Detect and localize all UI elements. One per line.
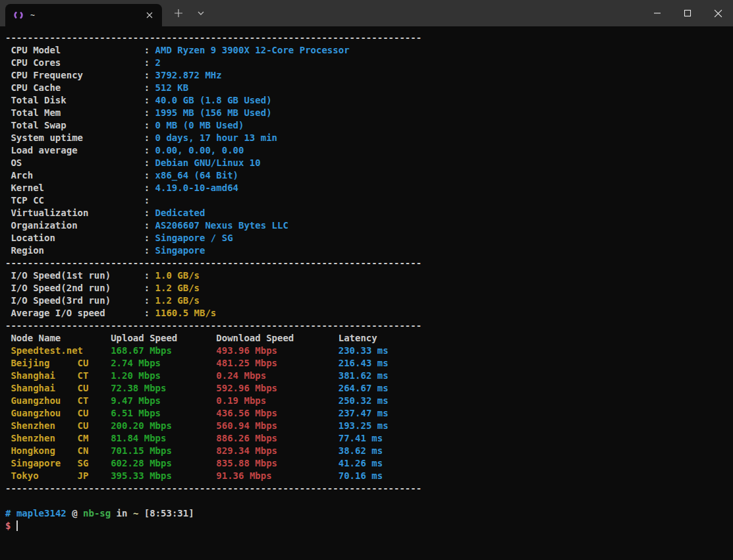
io-speed-line: I/O Speed(2nd run) : 1.2 GB/s (5, 282, 733, 294)
maximize-icon (684, 9, 692, 17)
speedtest-row: Beijing CU 2.74 Mbps 481.25 Mbps 216.43 … (5, 357, 733, 370)
tab-dropdown-button[interactable] (190, 2, 212, 24)
speedtest-row: Hongkong CN 701.15 Mbps 829.34 Mbps 38.6… (5, 445, 733, 457)
tab-home[interactable]: ~ (5, 4, 162, 26)
sysinfo-line: Kernel : 4.19.0-10-amd64 (5, 182, 733, 194)
separator-line: ----------------------------------------… (5, 32, 733, 44)
terminal-window: ~ --------------------------------------… (0, 0, 733, 560)
speedtest-row: Tokyo JP 395.33 Mbps 91.36 Mbps 70.16 ms (5, 470, 733, 482)
speedtest-row: Shenzhen CU 200.20 Mbps 560.94 Mbps 193.… (5, 420, 733, 432)
sysinfo-line: System uptime : 0 days, 17 hour 13 min (5, 132, 733, 144)
minimize-button[interactable] (642, 0, 672, 26)
sysinfo-line: Virtualization : Dedicated (5, 207, 733, 219)
sysinfo-line: Total Swap : 0 MB (0 MB Used) (5, 119, 733, 132)
io-speed-line: I/O Speed(1st run) : 1.0 GB/s (5, 269, 733, 282)
tab-title: ~ (30, 11, 142, 20)
sysinfo-line: Arch : x86_64 (64 Bit) (5, 169, 733, 182)
sysinfo-line: Organization : AS206607 Nexus Bytes LLC (5, 219, 733, 232)
speedtest-row: Shanghai CT 1.20 Mbps 0.24 Mbps 381.62 m… (5, 370, 733, 382)
io-speed-line: I/O Speed(3rd run) : 1.2 GB/s (5, 294, 733, 307)
tab-bar: ~ (0, 0, 733, 26)
maximize-button[interactable] (672, 0, 703, 26)
io-speed-line: Average I/O speed : 1160.5 MB/s (5, 307, 733, 320)
command-line: $ (5, 520, 733, 532)
sysinfo-line: OS : Debian GNU/Linux 10 (5, 157, 733, 169)
window-close-button[interactable] (703, 0, 733, 26)
sysinfo-line: Total Mem : 1995 MB (156 MB Used) (5, 107, 733, 119)
speedtest-row: Speedtest.net 168.67 Mbps 493.96 Mbps 23… (5, 345, 733, 357)
prompt-line: # maple3142 @ nb-sg in ~ [8:53:31] (5, 507, 733, 520)
minimize-icon (653, 9, 661, 17)
sysinfo-line: TCP CC : (5, 194, 733, 207)
chevron-down-icon (197, 9, 205, 17)
sysinfo-line: Region : Singapore (5, 244, 733, 257)
speedtest-row: Guangzhou CU 6.51 Mbps 436.56 Mbps 237.4… (5, 407, 733, 420)
terminal-viewport[interactable]: ----------------------------------------… (0, 26, 733, 560)
new-tab-button[interactable] (167, 2, 190, 24)
separator-line: ----------------------------------------… (5, 320, 733, 332)
sysinfo-line: Total Disk : 40.0 GB (1.8 GB Used) (5, 94, 733, 107)
speedtest-row: Guangzhou CT 9.47 Mbps 0.19 Mbps 250.32 … (5, 395, 733, 407)
sysinfo-line: CPU Cache : 512 KB (5, 82, 733, 94)
separator-line: ----------------------------------------… (5, 482, 733, 495)
speedtest-row: Shenzhen CM 81.84 Mbps 886.26 Mbps 77.41… (5, 432, 733, 445)
speedtest-row: Singapore SG 602.28 Mbps 835.88 Mbps 41.… (5, 457, 733, 470)
speedtest-header: Node Name Upload Speed Download Speed La… (5, 332, 733, 345)
blank-line (5, 495, 733, 507)
titlebar-drag-region[interactable] (212, 0, 642, 26)
plus-icon (174, 9, 183, 18)
tab-close-button[interactable] (142, 8, 157, 22)
sysinfo-line: CPU Frequency : 3792.872 MHz (5, 69, 733, 82)
terminal-profile-swirl-icon (13, 10, 24, 20)
close-icon (146, 12, 153, 18)
separator-line: ----------------------------------------… (5, 257, 733, 269)
sysinfo-line: Location : Singapore / SG (5, 232, 733, 244)
sysinfo-line: CPU Model : AMD Ryzen 9 3900X 12-Core Pr… (5, 44, 733, 57)
close-icon (714, 9, 722, 18)
speedtest-row: Shanghai CU 72.38 Mbps 592.96 Mbps 264.6… (5, 382, 733, 395)
window-controls (642, 0, 733, 26)
terminal-cursor (16, 520, 18, 531)
sysinfo-line: CPU Cores : 2 (5, 57, 733, 69)
sysinfo-line: Load average : 0.00, 0.00, 0.00 (5, 144, 733, 157)
